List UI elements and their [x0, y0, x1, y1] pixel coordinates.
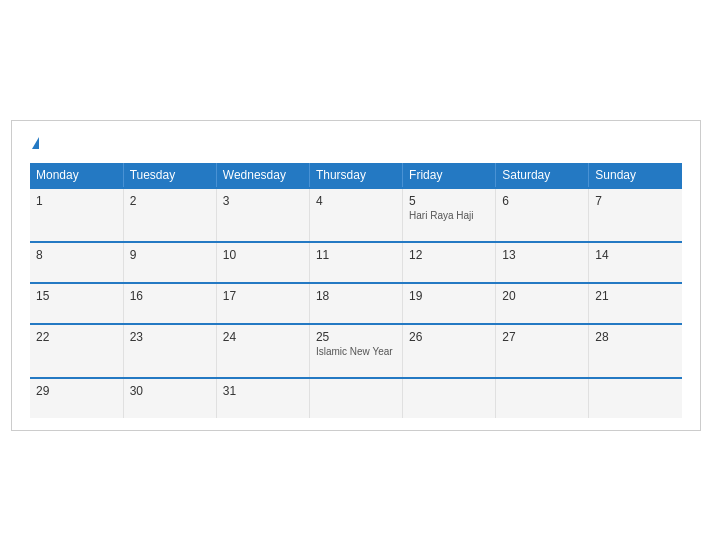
day-number: 21 [595, 289, 676, 303]
logo-triangle-icon [32, 137, 39, 149]
calendar-cell: 17 [216, 283, 309, 324]
calendar: MondayTuesdayWednesdayThursdayFridaySatu… [11, 120, 701, 431]
calendar-cell: 9 [123, 242, 216, 283]
holiday-label: Hari Raya Haji [409, 210, 489, 221]
day-number: 12 [409, 248, 489, 262]
day-number: 11 [316, 248, 396, 262]
day-header-wednesday: Wednesday [216, 163, 309, 188]
day-number: 7 [595, 194, 676, 208]
day-number: 4 [316, 194, 396, 208]
calendar-cell: 13 [496, 242, 589, 283]
day-number: 29 [36, 384, 117, 398]
day-number: 16 [130, 289, 210, 303]
day-number: 1 [36, 194, 117, 208]
day-number: 9 [130, 248, 210, 262]
day-number: 24 [223, 330, 303, 344]
calendar-cell: 2 [123, 188, 216, 242]
day-header-thursday: Thursday [309, 163, 402, 188]
day-header-friday: Friday [403, 163, 496, 188]
calendar-cell [496, 378, 589, 418]
calendar-cell: 26 [403, 324, 496, 378]
holiday-label: Islamic New Year [316, 346, 396, 357]
calendar-cell: 1 [30, 188, 123, 242]
day-number: 23 [130, 330, 210, 344]
calendar-table: MondayTuesdayWednesdayThursdayFridaySatu… [30, 163, 682, 418]
calendar-cell: 20 [496, 283, 589, 324]
calendar-header [30, 137, 682, 149]
day-number: 6 [502, 194, 582, 208]
day-header-saturday: Saturday [496, 163, 589, 188]
day-number: 27 [502, 330, 582, 344]
day-number: 31 [223, 384, 303, 398]
day-number: 28 [595, 330, 676, 344]
calendar-cell: 8 [30, 242, 123, 283]
calendar-cell: 16 [123, 283, 216, 324]
calendar-cell: 31 [216, 378, 309, 418]
day-header-tuesday: Tuesday [123, 163, 216, 188]
day-number: 3 [223, 194, 303, 208]
day-number: 18 [316, 289, 396, 303]
calendar-cell: 24 [216, 324, 309, 378]
day-number: 20 [502, 289, 582, 303]
day-number: 2 [130, 194, 210, 208]
calendar-cell: 10 [216, 242, 309, 283]
logo [30, 137, 39, 149]
calendar-cell: 12 [403, 242, 496, 283]
calendar-cell: 23 [123, 324, 216, 378]
calendar-cell: 30 [123, 378, 216, 418]
week-row-2: 891011121314 [30, 242, 682, 283]
day-number: 26 [409, 330, 489, 344]
week-row-5: 293031 [30, 378, 682, 418]
week-row-3: 15161718192021 [30, 283, 682, 324]
calendar-cell: 29 [30, 378, 123, 418]
calendar-cell: 27 [496, 324, 589, 378]
calendar-cell: 3 [216, 188, 309, 242]
days-header-row: MondayTuesdayWednesdayThursdayFridaySatu… [30, 163, 682, 188]
week-row-1: 12345Hari Raya Haji67 [30, 188, 682, 242]
day-number: 25 [316, 330, 396, 344]
week-row-4: 22232425Islamic New Year262728 [30, 324, 682, 378]
calendar-cell: 25Islamic New Year [309, 324, 402, 378]
calendar-cell [403, 378, 496, 418]
calendar-cell: 18 [309, 283, 402, 324]
day-number: 8 [36, 248, 117, 262]
calendar-cell: 5Hari Raya Haji [403, 188, 496, 242]
day-number: 15 [36, 289, 117, 303]
day-header-sunday: Sunday [589, 163, 682, 188]
calendar-cell: 6 [496, 188, 589, 242]
calendar-cell: 22 [30, 324, 123, 378]
calendar-cell: 19 [403, 283, 496, 324]
day-number: 5 [409, 194, 489, 208]
day-number: 19 [409, 289, 489, 303]
day-number: 22 [36, 330, 117, 344]
day-number: 10 [223, 248, 303, 262]
calendar-cell: 4 [309, 188, 402, 242]
day-number: 17 [223, 289, 303, 303]
calendar-cell: 15 [30, 283, 123, 324]
day-number: 13 [502, 248, 582, 262]
calendar-cell: 7 [589, 188, 682, 242]
day-number: 14 [595, 248, 676, 262]
day-number: 30 [130, 384, 210, 398]
calendar-cell: 21 [589, 283, 682, 324]
calendar-cell: 14 [589, 242, 682, 283]
calendar-cell [309, 378, 402, 418]
calendar-cell [589, 378, 682, 418]
calendar-cell: 11 [309, 242, 402, 283]
calendar-cell: 28 [589, 324, 682, 378]
day-header-monday: Monday [30, 163, 123, 188]
